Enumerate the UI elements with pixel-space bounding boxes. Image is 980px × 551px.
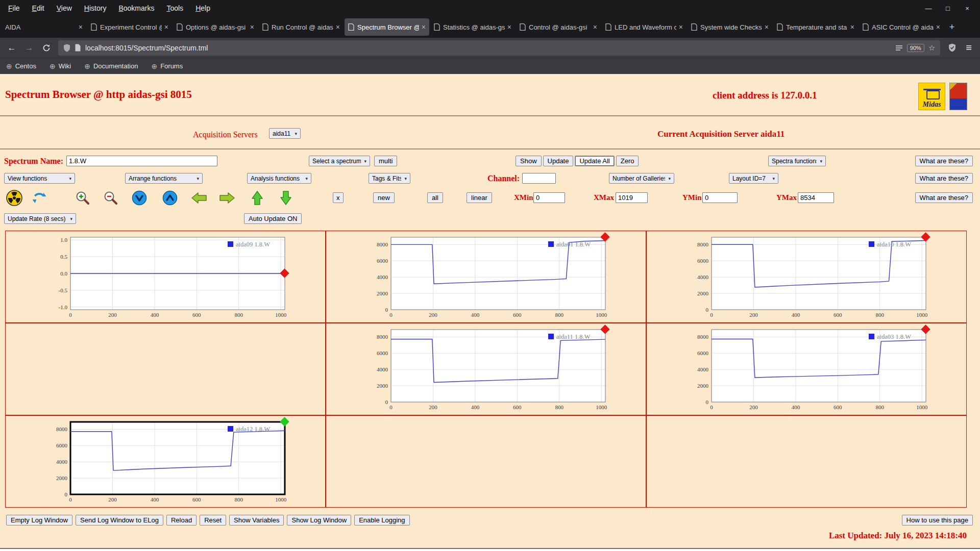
enable-logging-button[interactable]: Enable Logging xyxy=(354,515,409,525)
tcl-powered-logo[interactable] xyxy=(949,83,967,110)
zoom-out-icon[interactable] xyxy=(103,190,119,206)
spectra-functions-dropdown[interactable]: Spectra functions ▾ xyxy=(768,156,826,166)
shift-left-icon[interactable] xyxy=(191,192,207,204)
update-all-button[interactable]: Update All xyxy=(575,156,614,166)
spectrum-chart-aida09[interactable]: 02004006008001000-1.0-0.50.00.51.0aida09… xyxy=(39,233,292,321)
menu-bookmarks[interactable]: Bookmarks xyxy=(112,0,160,16)
forward-button[interactable]: → xyxy=(21,40,37,56)
bookmark-star-icon[interactable]: ☆ xyxy=(928,43,935,53)
view-functions-dropdown[interactable]: View functions ▾ xyxy=(4,173,75,184)
tab-close-icon[interactable]: × xyxy=(934,23,940,31)
window-maximize-button[interactable]: □ xyxy=(940,5,955,12)
ymax-input[interactable] xyxy=(798,192,834,203)
ymin-input[interactable] xyxy=(702,192,738,203)
linear-button[interactable]: linear xyxy=(467,192,492,203)
tab-close-icon[interactable]: × xyxy=(419,23,426,31)
layout-id-dropdown[interactable]: Layout ID=7 ▾ xyxy=(729,173,778,184)
protections-shield-icon[interactable] xyxy=(944,40,960,56)
spectrum-chart-aida03[interactable]: 0200400600800100002000400060008000aida03… xyxy=(680,325,933,413)
bookmark-documentation[interactable]: ⊕Documentation xyxy=(84,62,138,70)
url-text[interactable]: localhost:8015/Spectrum/Spectrum.tml xyxy=(85,44,891,52)
tab-temperature[interactable]: Temperature and sta × xyxy=(773,18,858,36)
compress-y-icon[interactable] xyxy=(132,190,147,206)
zero-button[interactable]: Zero xyxy=(616,156,639,166)
tab-statistics[interactable]: Statistics @ aidas-gsi × xyxy=(430,18,515,36)
radiation-icon[interactable] xyxy=(6,190,22,206)
reload-button[interactable] xyxy=(39,40,54,56)
reload-page-button[interactable]: Reload xyxy=(166,515,197,525)
what-are-these-button[interactable]: What are these? xyxy=(915,173,973,184)
tab-led-waveform[interactable]: LED and Waveform c × xyxy=(602,18,687,36)
tab-close-icon[interactable]: × xyxy=(333,23,340,31)
update-rate-dropdown[interactable]: Update Rate (8 secs) ▾ xyxy=(4,213,76,224)
window-minimize-button[interactable]: — xyxy=(921,5,936,12)
xmax-input[interactable] xyxy=(616,192,648,203)
tab-close-icon[interactable]: × xyxy=(162,23,168,31)
tab-spectrum-browser[interactable]: Spectrum Browser @ × xyxy=(345,18,429,36)
tab-options[interactable]: Options @ aidas-gsi × xyxy=(173,18,258,36)
tab-run-control[interactable]: Run Control @ aidas × xyxy=(259,18,344,36)
expand-y-icon[interactable] xyxy=(162,190,178,206)
tab-control[interactable]: Control @ aidas-gsi × xyxy=(516,18,601,36)
bookmark-forums[interactable]: ⊕Forums xyxy=(151,62,183,70)
show-button[interactable]: Show xyxy=(516,156,542,166)
shield-icon[interactable] xyxy=(63,44,70,52)
site-info-page-icon[interactable] xyxy=(75,44,81,52)
tab-close-icon[interactable]: × xyxy=(76,23,83,31)
menu-view[interactable]: View xyxy=(51,0,78,16)
menu-edit[interactable]: Edit xyxy=(26,0,51,16)
back-button[interactable]: ← xyxy=(4,40,19,56)
spectrum-chart-aida01[interactable]: 0200400600800100002000400060008000aida01… xyxy=(359,233,612,321)
number-of-galleries-dropdown[interactable]: Number of Galleries ▾ xyxy=(609,173,674,184)
shift-right-icon[interactable] xyxy=(219,192,235,204)
reader-mode-icon[interactable] xyxy=(895,44,903,52)
update-button[interactable]: Update xyxy=(543,156,574,166)
tab-close-icon[interactable]: × xyxy=(591,23,597,31)
menu-history[interactable]: History xyxy=(78,0,113,16)
tab-close-icon[interactable]: × xyxy=(248,23,254,31)
multi-button[interactable]: multi xyxy=(374,156,397,166)
all-button[interactable]: all xyxy=(427,192,443,203)
spectrum-chart-aida11[interactable]: 0200400600800100002000400060008000aida11… xyxy=(359,325,612,413)
zoom-level-badge[interactable]: 90% xyxy=(907,44,924,52)
what-are-these-button[interactable]: What are these? xyxy=(915,192,973,203)
shift-down-icon[interactable] xyxy=(280,190,292,206)
tab-experiment-control[interactable]: Experiment Control @ × xyxy=(87,18,172,36)
zoom-in-icon[interactable] xyxy=(75,190,91,206)
window-close-button[interactable]: × xyxy=(960,5,975,12)
tab-aida[interactable]: AIDA × xyxy=(2,18,86,36)
tab-close-icon[interactable]: × xyxy=(762,23,769,31)
refresh-icon[interactable] xyxy=(32,190,47,206)
select-spectrum-dropdown[interactable]: Select a spectrum ▾ xyxy=(309,156,370,166)
spectrum-name-input[interactable] xyxy=(66,156,217,166)
arrange-functions-dropdown[interactable]: Arrange functions ▾ xyxy=(125,173,203,184)
spectrum-chart-aida10[interactable]: 0200400600800100002000400060008000aida10… xyxy=(680,233,933,321)
empty-log-window-button[interactable]: Empty Log Window xyxy=(6,515,72,525)
xmin-input[interactable] xyxy=(533,192,565,203)
tab-system-checks[interactable]: System wide Checks × xyxy=(688,18,772,36)
tab-close-icon[interactable]: × xyxy=(676,23,683,31)
app-menu-icon[interactable]: ≡ xyxy=(962,42,976,54)
url-bar[interactable]: localhost:8015/Spectrum/Spectrum.tml 90%… xyxy=(58,40,940,56)
what-are-these-button[interactable]: What are these? xyxy=(915,156,973,166)
bookmark-centos[interactable]: ⊕Centos xyxy=(6,62,36,70)
how-to-use-button[interactable]: How to use this page xyxy=(902,515,973,525)
new-tab-button[interactable]: + xyxy=(944,19,960,35)
tags-fits-dropdown[interactable]: Tags & Fits ▾ xyxy=(369,173,410,184)
bookmark-wiki[interactable]: ⊕Wiki xyxy=(50,62,71,70)
send-log-to-elog-button[interactable]: Send Log Window to ELog xyxy=(76,515,163,525)
spectrum-chart-aida12[interactable]: 0200400600800100002000400060008000aida12… xyxy=(39,418,292,506)
show-log-window-button[interactable]: Show Log Window xyxy=(287,515,351,525)
menu-tools[interactable]: Tools xyxy=(160,0,189,16)
tab-asic-control[interactable]: ASIC Control @ aidas × xyxy=(859,18,944,36)
menu-help[interactable]: Help xyxy=(189,0,216,16)
menu-file[interactable]: File xyxy=(2,0,26,16)
shift-up-icon[interactable] xyxy=(251,190,263,206)
acquisition-server-dropdown[interactable]: aida11 ▾ xyxy=(269,128,301,139)
auto-update-button[interactable]: Auto Update ON xyxy=(244,213,302,224)
analysis-functions-dropdown[interactable]: Analysis functions ▾ xyxy=(247,173,311,184)
new-button[interactable]: new xyxy=(373,192,395,203)
channel-input[interactable] xyxy=(522,173,556,184)
show-variables-button[interactable]: Show Variables xyxy=(229,515,284,525)
tab-close-icon[interactable]: × xyxy=(848,23,854,31)
